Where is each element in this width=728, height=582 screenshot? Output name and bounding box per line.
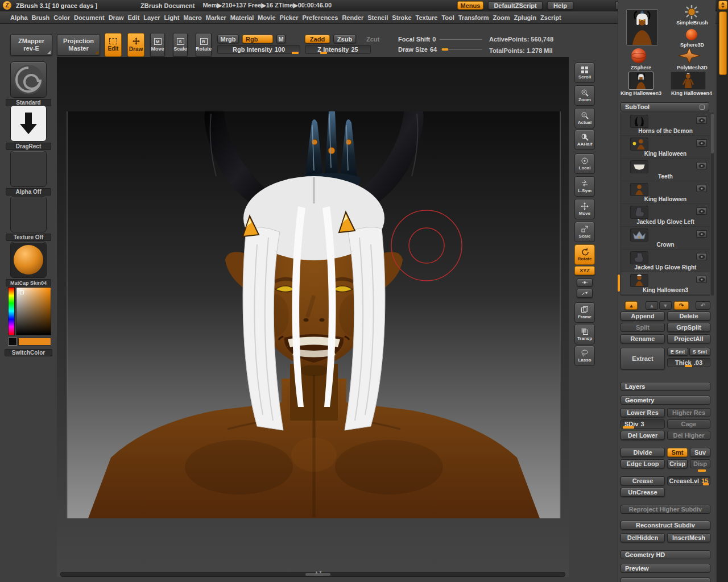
divide-button[interactable]: Divide — [621, 448, 665, 457]
hue-strip[interactable] — [8, 287, 15, 335]
draw-button[interactable]: Draw — [127, 33, 144, 57]
texture-tile[interactable] — [10, 196, 47, 232]
menu-item[interactable]: Draw — [109, 14, 124, 21]
menu-item[interactable]: Movie — [258, 14, 275, 21]
subtool-up-button[interactable]: ▲ — [625, 301, 638, 310]
stroke-tile[interactable] — [10, 105, 47, 142]
slider-thumb[interactable] — [623, 426, 634, 429]
z-intensity-slider[interactable]: Z Intensity25 — [305, 45, 371, 54]
projectall-button[interactable]: ProjectAll — [667, 334, 710, 343]
current-brush-tile[interactable] — [10, 61, 47, 98]
menu-item[interactable]: Edit — [128, 14, 140, 21]
slider-thumb[interactable] — [685, 365, 692, 367]
menus-button[interactable]: Menus — [457, 1, 483, 10]
subtool-redo-button[interactable]: ↷ — [674, 301, 689, 310]
reconstruct-button[interactable]: Reconstruct Subdiv — [621, 521, 710, 530]
mrgb-button[interactable]: Mrgb — [217, 35, 239, 43]
scroll-button[interactable]: Scroll — [574, 63, 595, 83]
grpsplit-button[interactable]: GrpSplit — [667, 323, 710, 332]
alt-color-swatch[interactable] — [8, 338, 17, 346]
menu-item[interactable]: Brush — [32, 14, 50, 21]
menu-item[interactable]: Transform — [458, 14, 489, 21]
slider-track[interactable] — [441, 49, 482, 50]
focal-shift-slider[interactable]: Focal Shift0 — [398, 35, 482, 44]
subtool-item[interactable]: Jacked Up Glove Left — [621, 204, 710, 227]
scrollbar-arrows-icon[interactable]: ▲▼ — [315, 570, 322, 574]
visibility-eye-icon[interactable] — [696, 253, 707, 260]
strip-scale-button[interactable]: Scale — [574, 222, 595, 242]
subtool-item-selected[interactable]: King Halloween3 — [621, 272, 710, 295]
help-button[interactable]: Help — [547, 1, 573, 10]
menu-item[interactable]: Render — [342, 14, 363, 21]
subtool-item[interactable]: Jacked Up Glove Right — [621, 250, 710, 272]
scale-button[interactable]: S Scale — [173, 33, 188, 57]
creaselvl-slider[interactable]: CreaseLvl15 — [667, 476, 710, 485]
alpha-tile[interactable] — [10, 151, 47, 187]
subtool-item[interactable]: Teeth — [621, 159, 710, 181]
split-button[interactable]: Split — [621, 323, 665, 332]
thick-slider[interactable]: Thick.03 — [667, 358, 710, 367]
del-lower-button[interactable]: Del Lower — [621, 431, 665, 440]
sphere3d-icon[interactable] — [685, 28, 698, 41]
menu-item[interactable]: Zoom — [493, 14, 510, 21]
menu-item[interactable]: Color — [53, 14, 70, 21]
crisp-button[interactable]: Crisp — [667, 459, 688, 468]
switch-color-button[interactable]: SwitchColor — [5, 349, 52, 356]
extract-button[interactable]: Extract — [621, 348, 665, 369]
saturation-value-picker[interactable] — [16, 287, 51, 335]
polymesh3d-label[interactable]: PolyMesh3D — [668, 65, 716, 70]
unturn-mini-button[interactable] — [577, 289, 593, 298]
clipped-section-header[interactable] — [621, 577, 710, 582]
delete-button[interactable]: Delete — [667, 311, 710, 321]
rgb-intensity-slider[interactable]: Rgb Intensity100 — [217, 45, 300, 54]
reproject-button[interactable]: Reproject Higher Subdiv — [621, 505, 710, 514]
strip-move-button[interactable]: Move — [574, 199, 595, 219]
king-halloween3-thumbnail[interactable] — [628, 72, 653, 90]
e-smt-button[interactable]: E Smt — [667, 348, 688, 356]
sphere3d-label[interactable]: Sphere3D — [668, 42, 716, 48]
subtool-item[interactable]: Horns of the Demon — [621, 113, 710, 136]
layers-header[interactable]: Layers — [621, 382, 710, 391]
rename-button[interactable]: Rename — [621, 334, 665, 343]
slider-thumb[interactable] — [442, 48, 448, 51]
menu-item[interactable]: Stroke — [392, 14, 411, 21]
main-color-swatch[interactable] — [18, 338, 51, 346]
color-picker-marker[interactable] — [20, 290, 24, 294]
cage-button[interactable]: Cage — [667, 419, 710, 429]
default-zscript-button[interactable]: DefaultZScript — [488, 1, 543, 10]
menu-item[interactable]: Preferences — [302, 14, 338, 21]
zadd-button[interactable]: Zadd — [305, 35, 330, 43]
edit-button[interactable]: Edit — [105, 33, 122, 57]
edge-loop-button[interactable]: Edge Loop — [621, 459, 665, 468]
king-halloween4-label[interactable]: King Halloween4 — [667, 90, 716, 96]
m-button[interactable]: M — [276, 35, 286, 43]
uncrease-button[interactable]: UnCrease — [621, 488, 665, 497]
king-halloween3-label[interactable]: King Halloween3 — [618, 90, 664, 96]
frame-button[interactable]: Frame — [574, 302, 595, 323]
slider-track[interactable] — [440, 39, 482, 40]
menu-item[interactable]: Macro — [183, 14, 201, 21]
scrollbar-thumb[interactable] — [719, 11, 727, 75]
slider-thumb[interactable] — [292, 52, 299, 54]
del-higher-button[interactable]: Del Higher — [667, 431, 710, 440]
subtool-up2-button[interactable]: ▲ — [646, 301, 658, 310]
visibility-eye-icon[interactable] — [696, 276, 707, 283]
menu-item[interactable]: Tool — [441, 14, 454, 21]
visibility-eye-icon[interactable] — [696, 185, 707, 192]
higher-res-button[interactable]: Higher Res — [667, 408, 710, 417]
visibility-eye-icon[interactable] — [696, 162, 707, 169]
subtool-header[interactable]: SubTool — [621, 102, 709, 111]
material-tile[interactable] — [10, 242, 47, 278]
xyz-button[interactable]: XYZ — [574, 266, 595, 275]
rotate-button[interactable]: R Rotate — [196, 33, 212, 57]
actual-button[interactable]: Actual — [574, 108, 595, 128]
strip-rotate-button[interactable]: Rotate — [574, 244, 595, 265]
projection-master-button[interactable]: ProjectionMaster — [57, 34, 100, 56]
menu-item[interactable]: Document — [74, 14, 105, 21]
move-button[interactable]: M Move — [150, 33, 165, 57]
transp-button[interactable]: Transp — [574, 324, 595, 344]
disp-slider-thumb[interactable] — [698, 469, 706, 472]
window-scrollbar[interactable] — [717, 0, 728, 582]
subtool-item[interactable]: Crown — [621, 227, 710, 250]
append-button[interactable]: Append — [621, 311, 665, 321]
